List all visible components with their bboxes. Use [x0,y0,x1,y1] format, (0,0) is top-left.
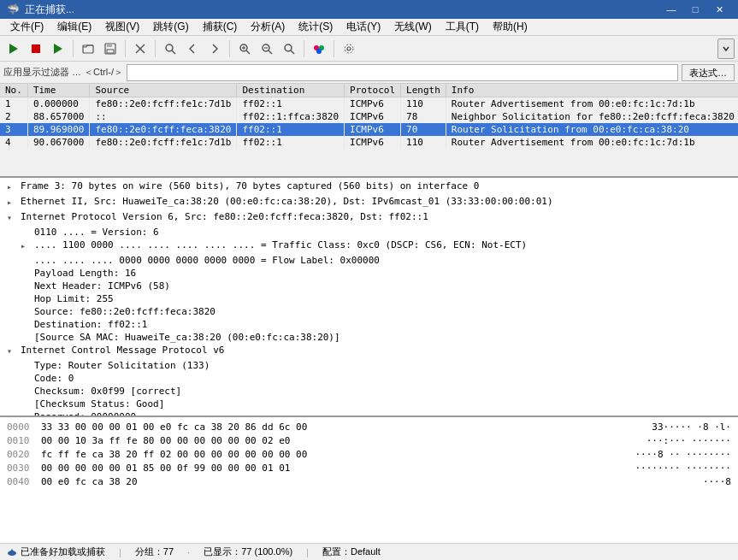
packet-table-header: No. Time Source Destination Protocol Len… [0,84,738,97]
filter-arrow-button[interactable] [717,38,735,59]
stop-capture-button[interactable] [26,38,46,59]
cell-info: Router Advertisement from 00:e0:fc:1c:7d… [446,136,738,149]
hex-row: 0030 00 00 00 00 00 01 85 00 0f 99 00 00… [7,462,731,475]
detail-line[interactable]: Checksum: 0x0f99 [correct] [0,385,738,398]
detail-line[interactable]: Code: 0 [0,372,738,385]
restart-capture-button[interactable] [48,38,68,59]
save-button[interactable] [100,38,121,59]
svg-rect-7 [107,50,114,53]
status-bar: 已准备好加载或捕获 | 分组：77 · 已显示：77 (100.0%) | 配置… [0,543,738,560]
status-text: 已准备好加载或捕获 [21,545,105,558]
go-forward-button[interactable] [204,38,225,59]
menu-stats[interactable]: 统计(S) [292,18,339,36]
svg-rect-6 [107,44,112,47]
status-displayed: 已显示：77 (100.0%) [204,545,292,558]
cell-info: Neighbor Solicitation for fe80::2e0:fcff… [446,110,738,123]
cell-no: 1 [0,97,27,111]
detail-line[interactable]: Destination: ff02::1 [0,318,738,331]
hex-bytes: fc ff fe ca 38 20 ff 02 00 00 00 00 00 0… [41,448,628,462]
find-button[interactable] [160,38,180,59]
open-button[interactable] [78,38,98,59]
colorize-button[interactable] [309,38,329,59]
menu-capture[interactable]: 捕获(C) [196,18,245,36]
toolbar-separator-3 [155,40,156,57]
start-capture-button[interactable] [3,38,24,59]
cell-dst: ff02::1:ffca:3820 [237,110,345,123]
detail-line[interactable]: ▸Ethernet II, Src: HuaweiTe_ca:38:20 (00… [0,195,738,210]
detail-line[interactable]: [Source SA MAC: HuaweiTe_ca:38:20 (00:e0… [0,331,738,344]
cell-no: 4 [0,136,27,149]
col-length: Length [401,84,446,97]
detail-line[interactable]: ▾Internet Protocol Version 6, Src: fe80:… [0,210,738,226]
toolbar-separator-2 [125,40,126,57]
menu-help[interactable]: 帮助(H) [486,18,534,36]
detail-line[interactable]: Next Header: ICMPv6 (58) [0,280,738,292]
close-button[interactable]: ✕ [707,0,731,19]
table-row[interactable]: 3 89.969000 fe80::2e0:fcff:feca:3820 ff0… [0,123,738,136]
detail-text: Frame 3: 70 bytes on wire (560 bits), 70… [21,180,731,192]
menu-edit[interactable]: 编辑(E) [50,18,98,36]
table-row[interactable]: 1 0.000000 fe80::2e0:fcff:fe1c:7d1b ff02… [0,97,738,111]
detail-line[interactable]: ▾Internet Control Message Protocol v6 [0,344,738,359]
hex-ascii: ····8 ·· ········ [635,448,731,462]
toolbar [0,36,738,62]
svg-point-23 [316,49,322,54]
zoom-out-button[interactable] [257,38,277,59]
hex-ascii: 33····· ·8 ·l· [652,421,731,434]
cell-length: 78 [401,110,446,123]
toolbar-separator-1 [73,40,74,57]
menu-view[interactable]: 视图(V) [98,18,146,36]
packet-list-scroll[interactable]: No. Time Source Destination Protocol Len… [0,84,738,176]
svg-line-15 [246,50,250,54]
detail-line[interactable]: [Checksum Status: Good] [0,398,738,410]
detail-line[interactable]: ▸.... 1100 0000 .... .... .... .... ....… [0,239,738,254]
hex-ascii: ········ ········ [635,462,731,475]
menu-go[interactable]: 跳转(G) [146,18,195,36]
cell-src: fe80::2e0:fcff:fe1c:7d1b [90,136,237,149]
col-time: Time [27,84,90,97]
detail-line[interactable]: Reserved: 00000000 [0,410,738,417]
maximize-button[interactable]: □ [683,0,707,19]
detail-line[interactable]: 0110 .... = Version: 6 [0,226,738,239]
svg-rect-1 [32,44,40,53]
table-row[interactable]: 4 90.067000 fe80::2e0:fcff:fe1c:7d1b ff0… [0,136,738,149]
preferences-button[interactable] [339,38,359,59]
zoom-normal-button[interactable] [279,38,299,59]
detail-line[interactable]: Source: fe80::2e0:fcff:feca:3820 [0,305,738,318]
title-bar: 🦈 正在捕获... — □ ✕ [0,0,738,19]
svg-line-11 [172,50,175,54]
filter-label: 应用显示过滤器 … ＜Ctrl-/＞ [3,66,123,79]
table-row[interactable]: 2 88.657000 :: ff02::1:ffca:3820 ICMPv6 … [0,110,738,123]
svg-point-19 [285,44,292,51]
title-bar-left: 🦈 正在捕获... [7,3,74,17]
expression-button[interactable]: 表达式… [682,64,735,81]
hex-row: 0000 33 33 00 00 00 01 00 e0 fc ca 38 20… [7,421,731,434]
go-back-button[interactable] [182,38,203,59]
cell-protocol: ICMPv6 [345,136,401,149]
menu-phone[interactable]: 电话(Y) [339,18,387,36]
detail-line[interactable]: Hop Limit: 255 [0,292,738,305]
packet-detail[interactable]: ▸Frame 3: 70 bytes on wire (560 bits), 7… [0,178,738,417]
hex-dump[interactable]: 0000 33 33 00 00 00 01 00 e0 fc ca 38 20… [0,417,738,543]
cell-length: 110 [401,136,446,149]
filter-input[interactable] [127,64,678,81]
cell-dst: ff02::1 [237,136,345,149]
detail-line[interactable]: Type: Router Solicitation (133) [0,359,738,372]
close-file-button[interactable] [130,38,151,59]
hex-row: 0010 00 00 10 3a ff fe 80 00 00 00 00 00… [7,434,731,448]
status-ready: 已准备好加载或捕获 [7,545,105,558]
cell-length: 70 [401,123,446,136]
menu-tools[interactable]: 工具(T) [439,18,486,36]
expand-icon: ▸ [7,196,21,209]
detail-line[interactable]: ▸Frame 3: 70 bytes on wire (560 bits), 7… [0,180,738,195]
detail-line[interactable]: Payload Length: 16 [0,267,738,280]
menu-analyze[interactable]: 分析(A) [244,18,292,36]
expand-icon: ▾ [7,211,21,225]
zoom-in-button[interactable] [234,38,255,59]
packet-table: No. Time Source Destination Protocol Len… [0,84,738,149]
menu-file[interactable]: 文件(F) [3,18,50,36]
minimize-button[interactable]: — [659,0,683,19]
menu-wireless[interactable]: 无线(W) [387,18,438,36]
detail-text: Type: Router Solicitation (133) [34,360,731,371]
detail-line[interactable]: .... .... .... 0000 0000 0000 0000 0000 … [0,254,738,267]
